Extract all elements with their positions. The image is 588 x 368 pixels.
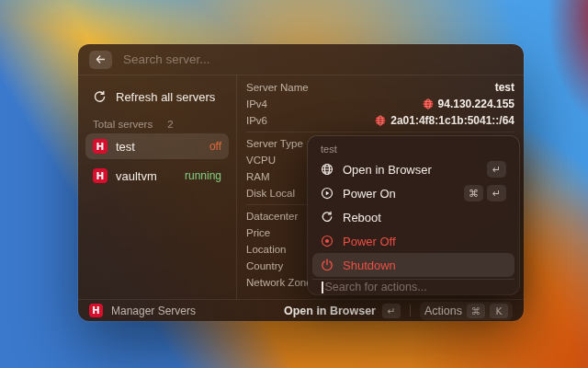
actions-popover-title: test [312,140,514,157]
detail-value: test [495,81,514,94]
refresh-all-servers-label: Refresh all servers [116,90,215,104]
server-name: vaultvm [116,169,157,183]
total-servers-count: 2 [167,119,173,130]
footer-primary-action-button[interactable]: Open in Browser [284,305,376,317]
menu-item-power-on[interactable]: Power On ⌘ ↵ [312,181,514,205]
menu-item-shutdown[interactable]: Shutdown [312,253,514,277]
server-name: test [116,140,135,154]
record-circle-icon [321,235,334,247]
server-status-badge: running [185,169,221,182]
reload-icon [93,90,107,104]
footer-bar: H Manager Servers Open in Browser ↵ Acti… [78,299,524,321]
footer-app-name: Manager Servers [111,305,196,317]
server-status-badge: off [209,140,221,153]
menu-item-label: Reboot [343,211,381,224]
detail-label: Datacenter [246,211,298,222]
menu-item-power-off[interactable]: Power Off [312,229,514,253]
hetzner-logo: H [93,168,107,183]
total-servers-header: Total servers 2 [93,119,221,130]
arrow-left-icon [95,53,107,65]
play-circle-icon [321,187,334,200]
power-icon [321,259,334,271]
server-list-item-test[interactable]: H test off [85,133,229,159]
total-servers-label: Total servers [93,119,153,130]
menu-item-label: Power Off [343,235,396,248]
footer-divider [410,305,411,316]
actions-search-input[interactable]: Search for actions... [312,280,514,294]
search-input[interactable]: Search server... [123,52,513,66]
detail-label: Server Type [246,138,303,149]
detail-label: VCPU [246,155,276,166]
globe-red-icon [375,115,386,126]
hetzner-logo: H [89,304,103,317]
server-list-item-vaultvm[interactable]: H vaultvm running [85,163,229,189]
detail-row-ipv6: IPv6 2a01:4f8:1c1b:5041::/64 [246,112,514,129]
k-key-badge: K [490,304,508,318]
actions-popover: test Open in Browser ↵ Power On ⌘ ↵ [308,136,519,294]
menu-item-open-in-browser[interactable]: Open in Browser ↵ [312,157,514,181]
detail-label: Price [246,227,270,238]
detail-label: Disk Local [246,188,295,199]
detail-row-ipv4: IPv4 94.130.224.155 [246,96,514,112]
search-header: Search server... [78,44,524,75]
detail-value: 2a01:4f8:1c1b:5041::/64 [375,114,514,127]
command-key-badge: ⌘ [467,304,485,318]
detail-label: IPv6 [246,115,267,126]
detail-label: Server Name [246,82,309,93]
return-key-badge: ↵ [382,304,401,318]
detail-label: Country [246,260,283,271]
menu-item-shortcut: ⌘ ↵ [464,185,506,201]
text-caret [322,282,323,293]
desktop: Search server... Refresh all servers Tot… [0,0,588,368]
menu-item-label: Open in Browser [343,163,432,177]
actions-menu-button[interactable]: Actions ⌘ K [420,302,513,320]
refresh-all-servers-item[interactable]: Refresh all servers [85,83,229,110]
back-button[interactable] [89,51,112,69]
ipv6-value: 2a01:4f8:1c1b:5041::/64 [390,114,514,127]
globe-red-icon [423,98,434,109]
server-list-sidebar: Refresh all servers Total servers 2 H te… [78,75,237,299]
hetzner-logo: H [93,139,107,154]
detail-label: IPv4 [246,98,267,109]
actions-label: Actions [424,305,462,317]
globe-icon [321,163,334,176]
menu-item-reboot[interactable]: Reboot [312,205,514,229]
menu-item-shortcut: ↵ [487,161,506,178]
return-key-badge: ↵ [487,185,506,201]
command-key-badge: ⌘ [464,185,483,201]
detail-divider [246,132,514,132]
detail-row-server-name: Server Name test [246,79,514,96]
return-key-badge: ↵ [487,161,506,178]
actions-search-placeholder: Search for actions... [325,281,427,293]
ipv4-value: 94.130.224.155 [438,98,514,110]
menu-item-label: Shutdown [343,259,396,272]
reload-icon [321,211,334,224]
detail-value: 94.130.224.155 [423,98,514,110]
detail-label: Network Zone [246,277,312,288]
detail-label: RAM [246,171,270,182]
menu-item-label: Power On [343,187,396,201]
detail-label: Location [246,244,286,255]
footer-actions: Open in Browser ↵ Actions ⌘ K [284,302,513,320]
